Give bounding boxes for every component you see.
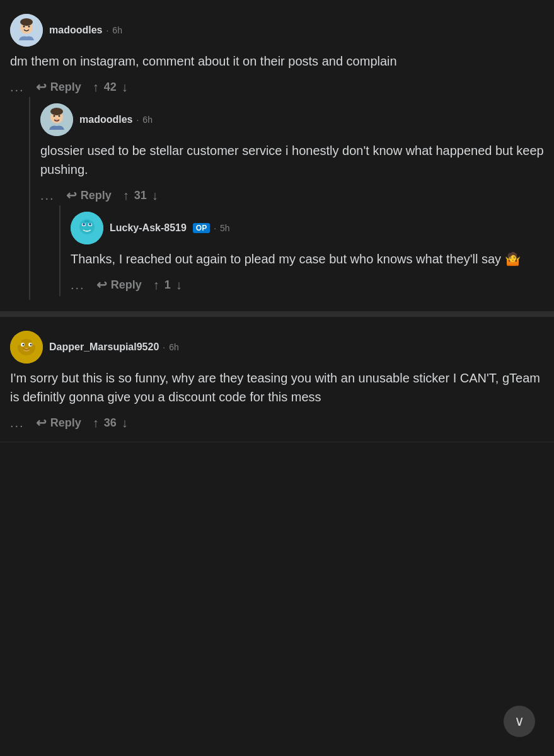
upvote-1[interactable]: ↑ bbox=[93, 80, 99, 94]
reply-button-1-1-1[interactable]: ↩ Reply bbox=[96, 277, 142, 292]
reply-label-1: Reply bbox=[50, 81, 81, 94]
comment-1: madoodles · 6h dm them on instagram, com… bbox=[10, 8, 544, 304]
comment-1-actions: ... ↩ Reply ↑ 42 ↓ bbox=[10, 79, 544, 94]
nested-comment-1-1-1: Lucky-Ask-8519 OP · 5h Thanks, I reached… bbox=[59, 205, 544, 296]
username-madoodles-1: madoodles bbox=[49, 25, 102, 36]
svg-point-23 bbox=[30, 344, 32, 346]
comment-thread-1: madoodles · 6h dm them on instagram, com… bbox=[0, 0, 554, 312]
timestamp-2: 6h bbox=[169, 342, 179, 352]
comment-1-1-1-meta: Lucky-Ask-8519 OP · 5h bbox=[110, 222, 230, 234]
downvote-1[interactable]: ↓ bbox=[122, 80, 128, 94]
username-lucky: Lucky-Ask-8519 bbox=[110, 222, 187, 234]
reply-button-1-1[interactable]: ↩ Reply bbox=[66, 188, 112, 203]
avatar-madoodles-1 bbox=[10, 14, 43, 47]
svg-point-15 bbox=[83, 223, 85, 226]
comment-1-1: madoodles · 6h glossier used to be stell… bbox=[40, 97, 544, 300]
avatar-lucky bbox=[71, 212, 103, 244]
svg-point-9 bbox=[50, 108, 63, 115]
downvote-1-1-1[interactable]: ↓ bbox=[176, 278, 182, 292]
svg-point-8 bbox=[59, 115, 61, 117]
comment-1-1-header: madoodles · 6h bbox=[40, 103, 544, 136]
more-options-1[interactable]: ... bbox=[10, 80, 25, 94]
username-dapper: Dapper_Marsupial9520 bbox=[49, 341, 159, 353]
comment-2-body: I'm sorry but this is so funny, why are … bbox=[10, 369, 544, 406]
svg-point-7 bbox=[54, 115, 55, 117]
comment-1-1-1-actions: ... ↩ Reply ↑ 1 ↓ bbox=[71, 277, 544, 292]
comment-1-meta: madoodles · 6h bbox=[49, 25, 122, 36]
comment-1-1-body: glossier used to be stellar customer ser… bbox=[40, 141, 544, 179]
downvote-2[interactable]: ↓ bbox=[122, 416, 128, 430]
nested-comment-1-1: madoodles · 6h glossier used to be stell… bbox=[29, 97, 544, 300]
comment-1-1-actions: ... ↩ Reply ↑ 31 ↓ bbox=[40, 188, 544, 203]
vote-section-1: ↑ 42 ↓ bbox=[93, 80, 128, 94]
comment-2: Dapper_Marsupial9520 · 6h I'm sorry but … bbox=[10, 324, 544, 434]
reply-button-2[interactable]: ↩ Reply bbox=[36, 415, 81, 430]
vote-count-1-1: 31 bbox=[134, 189, 147, 202]
reply-icon-1-1: ↩ bbox=[66, 188, 77, 203]
more-options-1-1[interactable]: ... bbox=[40, 188, 55, 203]
svg-point-22 bbox=[23, 344, 25, 346]
reply-icon-1-1-1: ↩ bbox=[96, 277, 107, 292]
upvote-1-1-1[interactable]: ↑ bbox=[153, 278, 159, 292]
vote-section-2: ↑ 36 ↓ bbox=[93, 416, 128, 430]
comment-1-body: dm them on instagram, comment about it o… bbox=[10, 52, 544, 71]
reply-label-2: Reply bbox=[50, 416, 81, 430]
op-badge: OP bbox=[193, 223, 210, 233]
comment-1-1-1-body: Thanks, I reached out again to plead my … bbox=[71, 249, 544, 268]
thread-separator bbox=[0, 312, 554, 317]
reply-label-1-1-1: Reply bbox=[111, 278, 142, 292]
comment-thread-2: Dapper_Marsupial9520 · 6h I'm sorry but … bbox=[0, 317, 554, 442]
svg-point-26 bbox=[32, 336, 38, 345]
svg-point-16 bbox=[89, 223, 91, 226]
comment-1-1-meta: madoodles · 6h bbox=[79, 114, 153, 125]
upvote-1-1[interactable]: ↑ bbox=[123, 188, 129, 203]
comment-1-1-1: Lucky-Ask-8519 OP · 5h Thanks, I reached… bbox=[71, 205, 544, 296]
reply-button-1[interactable]: ↩ Reply bbox=[36, 79, 81, 94]
vote-count-1-1-1: 1 bbox=[164, 278, 171, 292]
scroll-down-icon: ∨ bbox=[514, 713, 524, 730]
vote-count-2: 36 bbox=[104, 416, 117, 430]
svg-point-25 bbox=[15, 336, 21, 345]
comment-2-meta: Dapper_Marsupial9520 · 6h bbox=[49, 341, 179, 353]
avatar-madoodles-2 bbox=[40, 103, 73, 136]
vote-section-1-1: ↑ 31 ↓ bbox=[123, 188, 158, 203]
svg-point-3 bbox=[28, 26, 30, 28]
upvote-2[interactable]: ↑ bbox=[93, 416, 99, 430]
username-madoodles-2: madoodles bbox=[79, 114, 132, 125]
comment-1-1-1-header: Lucky-Ask-8519 OP · 5h bbox=[71, 212, 544, 244]
timestamp-1-1: 6h bbox=[142, 115, 153, 125]
vote-count-1: 42 bbox=[104, 81, 117, 94]
avatar-dapper bbox=[10, 331, 43, 364]
more-options-1-1-1[interactable]: ... bbox=[71, 278, 85, 292]
timestamp-1: 6h bbox=[112, 25, 122, 35]
reply-label-1-1: Reply bbox=[81, 189, 112, 202]
comment-2-actions: ... ↩ Reply ↑ 36 ↓ bbox=[10, 415, 544, 430]
svg-point-2 bbox=[23, 26, 25, 28]
vote-section-1-1-1: ↑ 1 ↓ bbox=[153, 278, 182, 292]
scroll-down-button[interactable]: ∨ bbox=[504, 706, 535, 737]
reply-icon-1: ↩ bbox=[36, 79, 47, 94]
svg-point-4 bbox=[20, 18, 33, 26]
reply-icon-2: ↩ bbox=[36, 415, 47, 430]
timestamp-1-1-1: 5h bbox=[220, 223, 230, 233]
svg-rect-17 bbox=[84, 220, 89, 222]
comment-2-header: Dapper_Marsupial9520 · 6h bbox=[10, 331, 544, 364]
svg-point-10 bbox=[54, 119, 59, 122]
comment-1-header: madoodles · 6h bbox=[10, 14, 544, 47]
more-options-2[interactable]: ... bbox=[10, 416, 25, 430]
downvote-1-1[interactable]: ↓ bbox=[152, 188, 158, 203]
